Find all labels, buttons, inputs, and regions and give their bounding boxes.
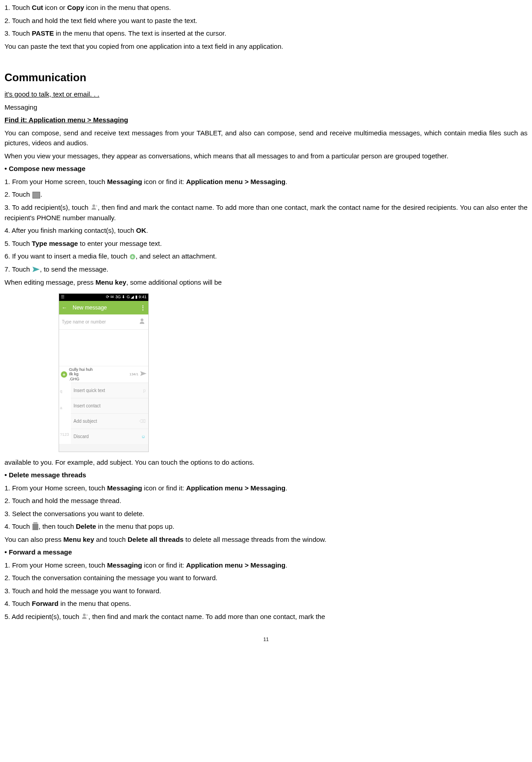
paste-note: You can paste the text that you copied f… xyxy=(5,42,527,52)
step-cut-3: 3. Touch PASTE in the menu that opens. T… xyxy=(5,28,527,39)
svg-point-0 xyxy=(92,204,95,207)
delete-step-3: 3. Select the conversations you want to … xyxy=(5,509,527,519)
step-cut-2: 2. Touch and hold the text field where y… xyxy=(5,16,527,26)
ss-message-input: + Gully hui huh Ilk kg .GHG 134/1 xyxy=(59,366,148,383)
forward-step-4: 4. Touch Forward in the menu that opens. xyxy=(5,599,527,609)
compose-step-4: 4. After you finish marking contact(s), … xyxy=(5,226,527,236)
back-icon: ← xyxy=(62,304,67,312)
forward-heading: • Forward a message xyxy=(5,547,527,558)
messaging-subheading: Messaging xyxy=(5,102,527,113)
ss-opt-insertcontact: Insert contact xyxy=(71,398,148,413)
compose-icon xyxy=(32,192,40,199)
trash-icon xyxy=(32,524,38,530)
page-number: 11 xyxy=(5,636,527,643)
compose-step-7: 7. Touch , to send the message. xyxy=(5,264,527,275)
ss-send-icon xyxy=(140,371,147,379)
send-icon xyxy=(32,265,40,275)
svg-point-3 xyxy=(83,614,86,616)
svg-point-2 xyxy=(141,319,143,321)
messaging-intro-2: When you view your messages, they appear… xyxy=(5,151,527,162)
compose-step-3: 3. To add recipient(s), touch +, then fi… xyxy=(5,203,527,223)
svg-text:+: + xyxy=(86,614,88,617)
compose-step-1: 1. From your Home screen, touch Messagin… xyxy=(5,177,527,187)
forward-step-3: 3. Touch and hold the message you want t… xyxy=(5,586,527,596)
add-recipient-icon xyxy=(139,318,146,326)
compose-note-after: available to you. For example, add subje… xyxy=(5,457,527,468)
step-cut-1: 1. Touch Cut icon or Copy icon in the me… xyxy=(5,3,527,13)
compose-step-6: 6. If you want to insert a media file, t… xyxy=(5,251,527,262)
add-contact-icon: + xyxy=(91,203,97,213)
ss-statusbar: ☰ ⟳ ✉ 3G ⬇ G ◢ ▮ 9:41 xyxy=(59,294,148,301)
forward-step-5: 5. Add recipient(s), touch +, then find … xyxy=(5,612,527,622)
compose-step-5: 5. Touch Type message to enter your mess… xyxy=(5,239,527,249)
ss-recipient-input: Type name or number xyxy=(59,314,148,330)
attach-icon: + xyxy=(130,254,135,259)
menu-icon: ⋮ xyxy=(140,304,146,312)
svg-text:+: + xyxy=(96,204,97,208)
messaging-screenshot: ☰ ⟳ ✉ 3G ⬇ G ◢ ▮ 9:41 ← New message ⋮ Ty… xyxy=(59,293,149,452)
ss-opt-quicktext: Insert quick text p xyxy=(71,383,148,398)
delete-step-1: 1. From your Home screen, touch Messagin… xyxy=(5,483,527,494)
delete-note: You can also press Menu key and touch De… xyxy=(5,535,527,545)
delete-step-4: 4. Touch , then touch Delete in the menu… xyxy=(5,522,527,532)
delete-heading: • Delete message threads xyxy=(5,470,527,480)
find-it: Find it: Application menu > Messaging xyxy=(5,115,527,125)
communication-heading: Communication xyxy=(5,69,527,86)
compose-heading: • Compose new message xyxy=(5,164,527,174)
tagline: it's good to talk, text or email. . . xyxy=(5,89,527,100)
ss-attach-icon: + xyxy=(61,371,67,378)
messaging-intro-1: You can compose, send and receive text m… xyxy=(5,128,527,148)
ss-opt-discard: Discard ☺ xyxy=(71,429,148,444)
compose-note: When editing message, press Menu key, so… xyxy=(5,277,527,288)
forward-step-1: 1. From your Home screen, touch Messagin… xyxy=(5,560,527,571)
ss-title: New message xyxy=(73,304,107,312)
delete-step-2: 2. Touch and hold the message thread. xyxy=(5,496,527,506)
ss-opt-addsubject: Add subject ⌫ xyxy=(71,413,148,429)
add-contact-icon: + xyxy=(82,612,88,622)
forward-step-2: 2. Touch the conversation containing the… xyxy=(5,573,527,583)
compose-step-2: 2. Touch . xyxy=(5,189,527,200)
ss-header: ← New message ⋮ xyxy=(59,301,148,314)
